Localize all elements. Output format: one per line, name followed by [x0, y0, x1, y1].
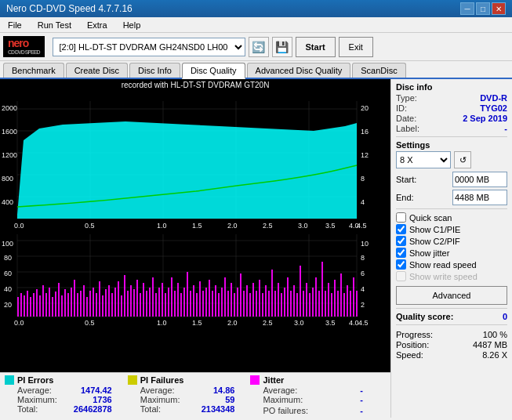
svg-text:2: 2: [361, 301, 365, 309]
svg-rect-99: [158, 288, 160, 317]
end-mb-row: End:: [396, 190, 507, 205]
refresh-icon[interactable]: 🔄: [249, 37, 269, 57]
menu-file[interactable]: File: [3, 19, 27, 31]
svg-rect-132: [262, 293, 263, 317]
svg-rect-102: [168, 288, 169, 317]
tab-disc-quality[interactable]: Disc Quality: [182, 63, 245, 79]
svg-rect-82: [105, 289, 107, 317]
svg-rect-94: [143, 283, 144, 317]
svg-rect-63: [45, 293, 47, 317]
svg-text:0.5: 0.5: [85, 222, 95, 230]
speed-label: Speed:: [396, 350, 423, 360]
jitter-max-value: -: [308, 395, 363, 404]
tab-benchmark[interactable]: Benchmark: [3, 63, 64, 78]
svg-rect-117: [215, 285, 216, 317]
tab-disc-info[interactable]: Disc Info: [129, 63, 180, 78]
cdspeed-brand: CD·DVD SPEED: [8, 49, 40, 56]
svg-rect-127: [246, 285, 248, 317]
pi-failures-color: [128, 375, 137, 385]
show-jitter-checkbox[interactable]: [396, 248, 406, 258]
svg-rect-129: [252, 283, 254, 317]
main-content: recorded with HL-DT-ST DVDRAM GT20N 2000…: [0, 79, 512, 418]
show-c1-pie-label: Show C1/PIE: [409, 225, 460, 234]
speed-row: Speed: 8.26 X: [396, 350, 507, 360]
svg-rect-126: [243, 291, 245, 317]
disc-date-value: 2 Sep 2019: [463, 114, 507, 123]
svg-text:1.0: 1.0: [157, 319, 167, 327]
tab-scandisc[interactable]: ScanDisc: [352, 63, 405, 78]
settings-refresh-icon[interactable]: ↺: [454, 151, 471, 168]
svg-text:8: 8: [361, 254, 365, 262]
svg-rect-59: [33, 293, 34, 317]
quality-score-value: 0: [503, 312, 507, 321]
quick-scan-checkbox[interactable]: [396, 212, 406, 223]
speed-selector[interactable]: 8 X: [396, 151, 451, 168]
svg-rect-149: [315, 277, 317, 317]
disc-date-row: Date: 2 Sep 2019: [396, 114, 507, 123]
svg-text:4: 4: [361, 285, 365, 293]
maximize-button[interactable]: □: [476, 2, 490, 15]
end-mb-input[interactable]: [452, 190, 507, 205]
svg-rect-140: [287, 277, 289, 317]
nero-logo: nero CD·DVD SPEED: [3, 36, 45, 57]
svg-text:400: 400: [2, 198, 13, 206]
chart-title: recorded with HL-DT-ST DVDRAM GT20N: [0, 79, 390, 91]
disc-label-row: Label: -: [396, 124, 507, 133]
show-read-speed-checkbox[interactable]: [396, 259, 406, 270]
pi-errors-avg-label: Average:: [17, 386, 52, 395]
svg-rect-68: [61, 295, 63, 317]
svg-text:8: 8: [361, 175, 365, 183]
svg-rect-76: [86, 297, 88, 317]
show-c1-pie-checkbox[interactable]: [396, 224, 406, 234]
tab-create-disc[interactable]: Create Disc: [66, 63, 128, 78]
svg-rect-138: [281, 293, 282, 317]
quality-score-label: Quality score:: [396, 312, 453, 321]
svg-rect-104: [174, 291, 176, 317]
show-write-speed-row: Show write speed: [396, 271, 507, 281]
svg-rect-144: [300, 266, 301, 317]
svg-rect-123: [234, 293, 235, 317]
pi-failures-avg-value: 14.86: [180, 386, 234, 395]
start-mb-input[interactable]: [452, 172, 507, 187]
minimize-button[interactable]: ─: [460, 2, 474, 15]
svg-rect-160: [350, 291, 351, 317]
menu-extra[interactable]: Extra: [82, 19, 112, 31]
svg-rect-79: [96, 293, 97, 317]
svg-text:4.5: 4.5: [358, 319, 369, 327]
stop-button[interactable]: Exit: [339, 37, 373, 57]
pi-failures-label: PI Failures: [140, 375, 184, 385]
menu-help[interactable]: Help: [118, 19, 146, 31]
tab-advanced-disc-quality[interactable]: Advanced Disc Quality: [247, 63, 351, 78]
svg-text:4.5: 4.5: [357, 222, 367, 230]
quick-scan-label: Quick scan: [409, 213, 452, 223]
svg-rect-112: [199, 281, 201, 317]
svg-rect-135: [271, 270, 273, 317]
svg-rect-92: [136, 280, 138, 317]
svg-rect-152: [325, 291, 326, 317]
svg-text:10: 10: [361, 240, 369, 248]
svg-rect-113: [202, 291, 204, 317]
advanced-button[interactable]: Advanced: [396, 286, 507, 305]
svg-rect-103: [171, 277, 172, 317]
svg-rect-61: [39, 295, 41, 317]
start-button[interactable]: Start: [296, 37, 336, 57]
jitter-avg-value: -: [308, 386, 363, 395]
end-mb-label: End:: [396, 193, 414, 202]
svg-rect-77: [89, 291, 91, 317]
svg-rect-157: [340, 273, 342, 317]
menu-runtest[interactable]: Run Test: [33, 19, 76, 31]
svg-rect-75: [83, 285, 85, 317]
svg-rect-122: [231, 283, 232, 317]
svg-rect-106: [180, 293, 182, 317]
svg-rect-150: [318, 291, 320, 317]
pi-failures-max-label: Maximum:: [140, 395, 180, 404]
drive-selector[interactable]: [2:0] HL-DT-ST DVDRAM GH24NSD0 LH00: [53, 38, 245, 56]
menubar: File Run Test Extra Help: [0, 17, 512, 33]
disc-type-value: DVD-R: [480, 93, 507, 103]
svg-rect-145: [303, 291, 304, 317]
show-write-speed-label: Show write speed: [409, 272, 478, 281]
show-c2-pif-checkbox[interactable]: [396, 236, 406, 246]
svg-rect-143: [296, 293, 298, 317]
close-button[interactable]: ✕: [492, 2, 506, 15]
save-icon[interactable]: 💾: [272, 37, 292, 57]
